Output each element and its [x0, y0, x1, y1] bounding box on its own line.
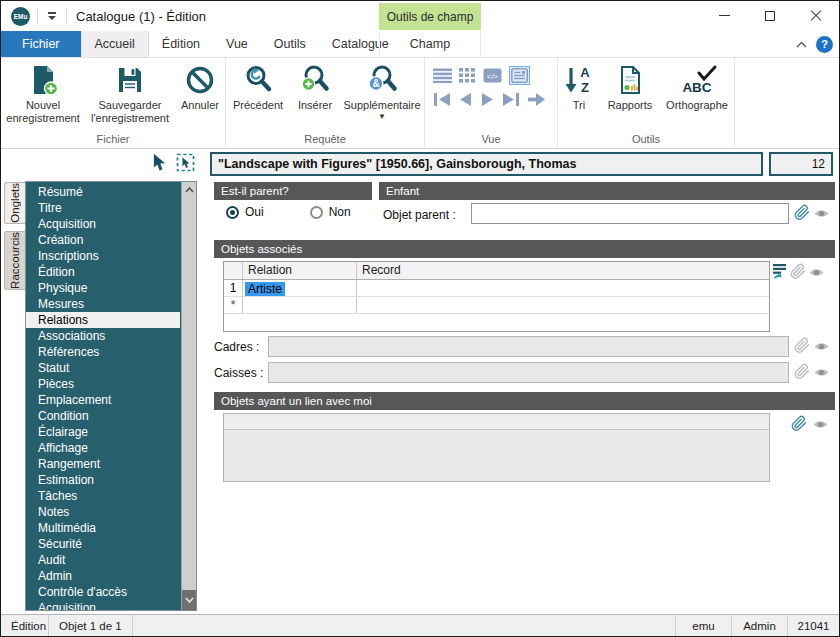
sidebar-item[interactable]: Physique [26, 280, 180, 296]
attach-button-objet-parent[interactable] [793, 203, 811, 221]
sidebar-item[interactable]: Associations [26, 328, 180, 344]
ribbon: Nouvel enregistrement Sauvegarder l'enre… [1, 58, 839, 149]
sidebar-item[interactable]: Titre [26, 200, 180, 216]
previous-record-icon[interactable] [458, 92, 473, 107]
sidebar-item[interactable]: Admin [26, 568, 180, 584]
section-header-objets-associes: Objets associés [214, 240, 835, 258]
record-title: "Landscape with Figures" [1950.66], Gain… [210, 152, 763, 176]
objet-parent-input[interactable] [471, 203, 789, 224]
sidebar-item[interactable]: Mesures [26, 296, 180, 312]
ribbon-group-fichier: Nouvel enregistrement Sauvegarder l'enre… [1, 58, 226, 148]
save-record-button[interactable]: Sauvegarder l'enregistrement [85, 61, 175, 124]
sidebar-item[interactable]: Rangement [26, 456, 180, 472]
scroll-down-button[interactable] [182, 590, 196, 610]
reports-button[interactable]: Rapports [600, 61, 660, 112]
table-row[interactable]: 1 Artiste [224, 280, 769, 297]
ribbon-tab[interactable]: Édition [149, 31, 213, 57]
paperclip-icon [791, 415, 807, 432]
first-record-icon[interactable] [433, 92, 451, 107]
sidebar-item[interactable]: Estimation [26, 472, 180, 488]
code-view-icon[interactable]: </> [483, 68, 502, 83]
sidebar-item[interactable]: Création [26, 232, 180, 248]
sidebar-item[interactable]: Affichage [26, 440, 180, 456]
sidebar-item[interactable]: Contrôle d'accès [26, 584, 180, 600]
scroll-up-button[interactable] [182, 182, 196, 198]
insert-search-button[interactable]: Insérer [290, 61, 340, 112]
tab-list: RésuméTitreAcquisitionCréationInscriptio… [25, 181, 197, 611]
grid-view-icon[interactable] [459, 68, 476, 83]
objet-parent-label: Objet parent : [383, 208, 456, 222]
table-corner [224, 262, 243, 279]
view-record-button-caisses [812, 363, 830, 381]
section-header-enfant: Enfant [379, 182, 835, 200]
view-record-button-lien [811, 415, 829, 433]
goto-record-icon[interactable] [527, 92, 546, 107]
new-record-button[interactable]: Nouvel enregistrement [1, 61, 85, 124]
save-icon [114, 64, 146, 96]
sidebar-item[interactable]: Audit [26, 552, 180, 568]
sidebar-item[interactable]: Tâches [26, 488, 180, 504]
ribbon-filler [735, 58, 839, 148]
pointer-tool-icon[interactable] [152, 153, 167, 172]
record-cell[interactable] [357, 297, 769, 313]
sidebar-item[interactable]: Édition [26, 264, 180, 280]
previous-search-button[interactable]: Précédent [226, 61, 290, 112]
collapse-ribbon-icon[interactable] [796, 41, 807, 48]
list-view-icon[interactable] [433, 68, 452, 83]
attach-button-cadres [793, 336, 811, 354]
supplementary-search-button[interactable]: & Supplémentaire ▼ [340, 61, 424, 121]
close-button[interactable] [793, 1, 839, 30]
sidebar-item[interactable]: Références [26, 344, 180, 360]
form-view-selected[interactable] [509, 66, 530, 85]
marquee-select-tool-icon[interactable] [176, 153, 195, 172]
ribbon-tab[interactable]: Accueil [81, 31, 149, 57]
table-header-row: Relation Record [224, 262, 769, 280]
quick-access-dropdown-icon[interactable] [45, 9, 59, 23]
sidebar-item[interactable]: Statut [26, 360, 180, 376]
maximize-icon [765, 11, 775, 21]
spellcheck-button[interactable]: ABC Orthographe [660, 61, 734, 112]
cancel-icon [184, 64, 216, 96]
sidebar-item[interactable]: Relations [26, 312, 180, 328]
attach-button-table [789, 262, 807, 280]
sidebar-item[interactable]: Multimédia [26, 520, 180, 536]
sidebar-vertical-tab[interactable]: Raccourcis [4, 231, 25, 290]
last-record-icon[interactable] [502, 92, 520, 107]
minimize-button[interactable] [701, 1, 747, 30]
help-button[interactable]: ? [816, 36, 833, 53]
selected-cell-value[interactable]: Artiste [245, 282, 285, 296]
attach-button-lien[interactable] [790, 414, 808, 432]
ribbon-tab[interactable]: Fichier [1, 31, 81, 57]
sidebar-item[interactable]: Notes [26, 504, 180, 520]
sidebar-item[interactable]: Résumé [26, 184, 180, 200]
relation-cell[interactable]: Artiste [243, 280, 357, 296]
status-record-info: Objet 1 de 1 [49, 615, 133, 636]
sidebar-scrollbar[interactable] [181, 182, 196, 610]
sidebar-item[interactable]: Condition [26, 408, 180, 424]
sidebar-item[interactable]: Sécurité [26, 536, 180, 552]
sort-button[interactable]: A Z Tri [558, 61, 600, 112]
sidebar-item[interactable]: Inscriptions [26, 248, 180, 264]
cancel-button[interactable]: Annuler [175, 61, 225, 112]
fill-down-button[interactable] [771, 262, 789, 280]
emu-logo-icon: EMu [11, 7, 30, 26]
sidebar-item[interactable]: Emplacement [26, 392, 180, 408]
ribbon-tab[interactable]: Outils [261, 31, 319, 57]
ribbon-group-requete: Précédent Insérer [226, 58, 425, 148]
tab-champ[interactable]: Champ [379, 31, 481, 57]
table-new-row[interactable]: * [224, 297, 769, 314]
sidebar-item[interactable]: Acquisition [26, 600, 180, 611]
record-cell[interactable] [357, 280, 769, 296]
ribbon-tab[interactable]: Vue [213, 31, 261, 57]
relation-cell[interactable] [243, 297, 357, 313]
sidebar-vertical-tab[interactable]: Onglets [4, 182, 25, 224]
next-record-icon[interactable] [480, 92, 495, 107]
row-number: 1 [224, 280, 243, 296]
sidebar-item[interactable]: Acquisition [26, 216, 180, 232]
maximize-button[interactable] [747, 1, 793, 30]
radio-option[interactable]: Oui [226, 205, 264, 219]
eye-icon [812, 417, 829, 432]
radio-option[interactable]: Non [310, 205, 351, 219]
sidebar-item[interactable]: Éclairage [26, 424, 180, 440]
sidebar-item[interactable]: Pièces [26, 376, 180, 392]
